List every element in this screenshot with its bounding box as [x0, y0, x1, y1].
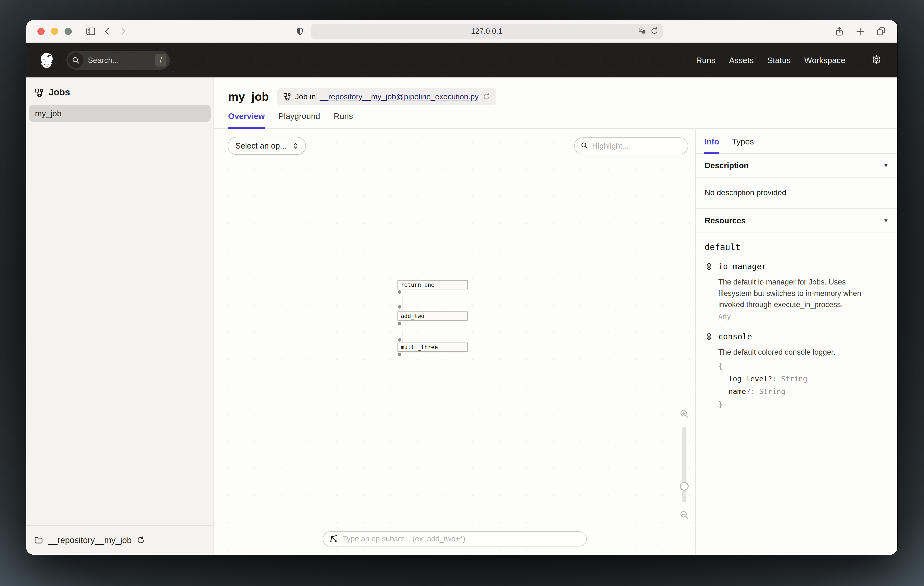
tab-overview[interactable]: Overview [228, 111, 265, 129]
chrome-actions [834, 26, 886, 36]
privacy-shield-icon[interactable] [295, 27, 304, 36]
page-header: my_job Job in __repository__my_job@pipel… [214, 78, 897, 111]
collapse-caret-icon: ▼ [883, 162, 889, 169]
job-origin-link[interactable]: __repository__my_job@pipeline_execution.… [320, 92, 478, 101]
address-bar[interactable]: A [310, 24, 663, 39]
share-icon[interactable] [834, 26, 845, 36]
op-subset-filter[interactable] [323, 531, 587, 546]
resource-icon [705, 332, 713, 411]
schema-open-brace: { [718, 360, 835, 372]
resource-icon [705, 262, 713, 321]
browser-window: A [26, 20, 897, 555]
search-icon [581, 142, 588, 150]
info-panel: Info Types Description ▼ No description … [695, 129, 897, 555]
job-graph-icon [283, 93, 291, 101]
sidebar-toggle-icon[interactable] [86, 26, 96, 36]
svg-text:A: A [640, 28, 642, 31]
op-node-return-one[interactable]: return_one [398, 280, 468, 290]
back-button[interactable] [102, 26, 112, 36]
select-chevrons-icon [292, 142, 299, 149]
output-port-dot [398, 290, 401, 294]
zoom-controls [678, 409, 690, 520]
description-section-header[interactable]: Description ▼ [696, 154, 897, 178]
repository-name[interactable]: __repository__my_job [48, 535, 132, 545]
global-search[interactable]: / [66, 51, 170, 70]
job-tabs: Overview Playground Runs [214, 111, 897, 129]
browser-chrome: A [26, 20, 897, 43]
nav-workspace[interactable]: Workspace [804, 56, 845, 65]
forward-button[interactable] [119, 26, 128, 36]
highlight-search[interactable] [574, 137, 688, 154]
nav-runs[interactable]: Runs [696, 56, 715, 65]
sidebar-item-my-job[interactable]: my_job [29, 105, 211, 122]
jobs-sidebar: Jobs my_job __repository__my_job [26, 78, 214, 555]
op-node-add-two[interactable]: add_two [398, 311, 468, 321]
job-origin-prefix: Job in [295, 92, 316, 101]
url-input[interactable] [316, 27, 658, 36]
zoom-window-button[interactable] [64, 28, 72, 35]
sidebar-header: Jobs [26, 78, 213, 105]
window-controls [37, 28, 72, 35]
zoom-slider-track[interactable] [682, 427, 686, 502]
search-shortcut-badge: / [155, 54, 167, 66]
resources-section-header[interactable]: Resources ▼ [696, 209, 897, 233]
schema-close-brace: } [718, 398, 835, 411]
resource-name: io_manager [718, 262, 873, 271]
translate-icon[interactable]: A [638, 27, 647, 36]
highlight-input[interactable] [592, 142, 682, 151]
reload-job-icon[interactable] [483, 93, 490, 101]
resources-title: Resources [705, 216, 746, 225]
sidebar-title: Jobs [48, 87, 70, 98]
op-subset-input[interactable] [343, 535, 581, 543]
resources-body: default io_manager The default io manage… [696, 233, 897, 431]
op-graph-canvas[interactable]: Select an op... [214, 129, 695, 555]
resource-name: console [718, 332, 835, 341]
op-selector-label: Select an op... [235, 141, 287, 151]
schema-field: name?: String [718, 385, 835, 398]
resource-group-name: default [705, 242, 889, 252]
reload-icon[interactable] [650, 27, 658, 36]
nav-status[interactable]: Status [767, 56, 790, 65]
page-title: my_job [228, 90, 269, 103]
reload-repository-icon[interactable] [136, 536, 145, 545]
address-zone: A [134, 24, 824, 39]
output-port-dot [398, 322, 401, 325]
resource-console: console The default colored console logg… [705, 332, 889, 411]
minimize-window-button[interactable] [51, 28, 58, 35]
search-input[interactable] [88, 56, 151, 65]
schema-field: log_level?: String [718, 372, 835, 386]
tab-overview-icon[interactable] [876, 26, 886, 36]
description-title: Description [705, 161, 749, 170]
resource-description: The default colored console logger. [718, 347, 835, 358]
nav-assets[interactable]: Assets [729, 56, 754, 65]
search-icon [68, 53, 84, 68]
dagster-logo[interactable] [38, 51, 56, 69]
tab-runs[interactable]: Runs [333, 111, 353, 129]
panel-tabs: Info Types [696, 129, 897, 154]
tab-playground[interactable]: Playground [278, 111, 320, 129]
zoom-slider-thumb[interactable] [680, 482, 689, 491]
op-node-multi-three[interactable]: multi_three [398, 343, 468, 352]
top-nav: Runs Assets Status Workspace [696, 56, 845, 65]
close-window-button[interactable] [37, 28, 45, 35]
edge-add-two-to-multi-three [403, 329, 403, 342]
job-origin-tag: Job in __repository__my_job@pipeline_exe… [277, 88, 496, 105]
edge-return-one-to-add-two [403, 297, 403, 311]
op-selector-dropdown[interactable]: Select an op... [228, 137, 306, 155]
op-subset-icon [329, 534, 338, 544]
zoom-in-icon[interactable] [679, 409, 690, 419]
panel-tab-info[interactable]: Info [704, 137, 719, 154]
zoom-out-icon[interactable] [679, 510, 690, 520]
sidebar-footer: __repository__my_job [26, 525, 213, 555]
description-body: No description provided [696, 178, 897, 209]
config-schema: { log_level?: String name?: String } [718, 360, 835, 411]
resource-io-manager: io_manager The default io manager for Jo… [705, 262, 889, 321]
input-port-dot [398, 338, 401, 341]
new-tab-icon[interactable] [855, 26, 865, 36]
settings-gear-icon[interactable] [871, 55, 882, 66]
folder-icon [34, 536, 43, 545]
output-port-dot [398, 353, 401, 356]
panel-tab-types[interactable]: Types [732, 137, 754, 154]
resource-description: The default io manager for Jobs. Uses fi… [718, 276, 873, 311]
resource-type: Any [718, 313, 873, 321]
